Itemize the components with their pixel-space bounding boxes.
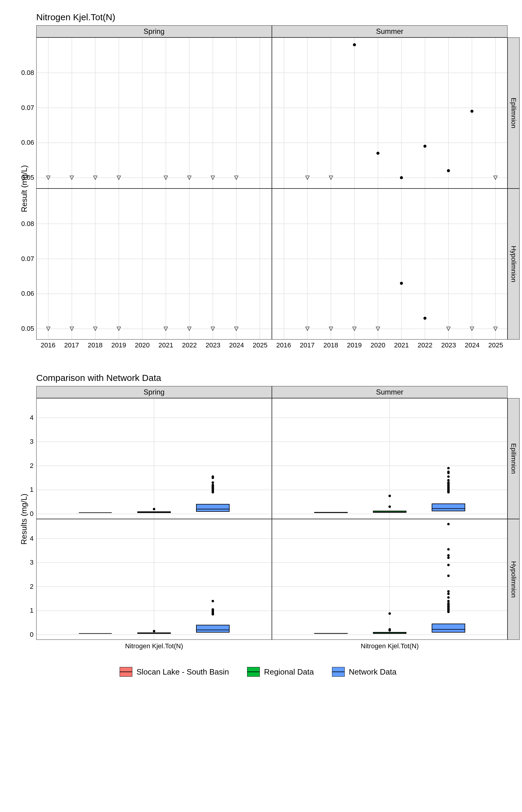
svg-point-215 xyxy=(447,554,450,556)
svg-rect-137 xyxy=(432,504,465,511)
chart2-col-strip-spring: Spring xyxy=(36,386,272,398)
svg-point-152 xyxy=(447,471,450,473)
chart2-xaxis: Nitrogen Kjel.Tot(N) Nitrogen Kjel.Tot(N… xyxy=(36,640,507,652)
legend-key-regional: Regional Data xyxy=(247,667,314,677)
box-row-strip-hypo: Hypolimnion xyxy=(507,519,520,640)
legend-label-slocan: Slocan Lake - South Basin xyxy=(137,667,229,677)
svg-point-168 xyxy=(153,630,155,632)
svg-rect-171 xyxy=(196,625,229,632)
boxpanel-summer-hypo xyxy=(272,519,507,640)
svg-point-178 xyxy=(212,600,214,602)
chart1-ylabel: Result (mg/L) xyxy=(20,165,29,212)
svg-point-195 xyxy=(388,612,391,615)
svg-point-41 xyxy=(423,145,426,148)
chart1-grid: Result (mg/L) Spring Summer 0.050.060.07… xyxy=(12,25,504,352)
svg-point-214 xyxy=(447,556,450,559)
row-strip-epi-label: Epilimnion xyxy=(509,98,518,128)
chart2-xcat-b: Nitrogen Kjel.Tot(N) xyxy=(272,640,507,652)
chart1-title: Nitrogen Kjel.Tot(N) xyxy=(36,12,504,22)
svg-point-133 xyxy=(388,505,391,508)
svg-point-116 xyxy=(212,482,214,484)
chart2-title: Comparison with Network Data xyxy=(36,373,504,383)
svg-point-43 xyxy=(470,110,474,113)
box-row-strip-epi-label: Epilimnion xyxy=(509,443,518,474)
row-strip-epi: Epilimnion xyxy=(507,38,520,188)
chart1-xaxis: 2016201720182019202020212022202320242025… xyxy=(36,340,507,352)
svg-point-194 xyxy=(388,628,391,631)
chart2-col-strip-summer: Summer xyxy=(272,386,507,398)
chart2-ylabel: Results (mg/L) xyxy=(20,493,29,544)
chart2-xcat-a: Nitrogen Kjel.Tot(N) xyxy=(36,640,272,652)
chart1-col-strip-summer: Summer xyxy=(272,25,507,38)
box-row-strip-hypo-label: Hypolimnion xyxy=(509,561,518,597)
svg-point-115 xyxy=(212,484,214,486)
box-row-strip-epi: Epilimnion xyxy=(507,398,520,519)
svg-point-104 xyxy=(153,508,155,510)
svg-point-216 xyxy=(447,548,450,551)
svg-point-209 xyxy=(447,596,450,599)
panel-spring-hypo: 0.050.060.070.08 xyxy=(36,188,272,340)
boxpanel-summer-epi xyxy=(272,398,507,519)
svg-point-86 xyxy=(423,317,426,320)
svg-point-39 xyxy=(376,151,379,155)
row-strip-hypo: Hypolimnion xyxy=(507,188,520,340)
legend-key-slocan: Slocan Lake - South Basin xyxy=(120,667,229,677)
svg-point-42 xyxy=(447,169,450,172)
chart1-col-strip-spring: Spring xyxy=(36,25,272,38)
boxpanel-spring-epi: 01234 xyxy=(36,398,272,519)
svg-point-210 xyxy=(447,593,450,595)
boxpanel-spring-hypo: 01234 xyxy=(36,519,272,640)
svg-rect-107 xyxy=(196,504,229,511)
svg-point-212 xyxy=(447,574,450,577)
svg-point-40 xyxy=(400,176,403,179)
chart2-ylabel-wrap: Results (mg/L) xyxy=(12,398,36,640)
svg-point-217 xyxy=(447,523,450,525)
svg-point-213 xyxy=(447,564,450,566)
legend-swatch-slocan xyxy=(120,667,132,677)
svg-point-148 xyxy=(447,482,450,484)
row-strip-hypo-label: Hypolimnion xyxy=(509,246,518,282)
svg-point-153 xyxy=(447,467,450,469)
svg-point-177 xyxy=(212,608,214,611)
svg-point-149 xyxy=(447,479,450,482)
legend-swatch-regional xyxy=(247,667,260,677)
panel-summer-hypo xyxy=(272,188,507,340)
legend-key-network: Network Data xyxy=(332,667,397,677)
legend-swatch-network xyxy=(332,667,345,677)
svg-point-150 xyxy=(447,475,450,478)
chart2-grid: Results (mg/L) Spring Summer 01234 Epili… xyxy=(12,386,504,652)
svg-rect-198 xyxy=(432,624,465,632)
panel-spring-epi: 0.050.060.070.08 xyxy=(36,38,272,188)
svg-point-208 xyxy=(447,600,450,602)
svg-point-211 xyxy=(447,590,450,593)
legend-label-regional: Regional Data xyxy=(264,667,314,677)
svg-point-207 xyxy=(447,602,450,605)
legend-label-network: Network Data xyxy=(349,667,397,677)
svg-point-118 xyxy=(212,475,214,478)
svg-point-134 xyxy=(388,494,391,497)
svg-point-38 xyxy=(353,43,356,46)
svg-point-85 xyxy=(400,282,403,285)
panel-summer-epi xyxy=(272,38,507,188)
legend: Slocan Lake - South Basin Regional Data … xyxy=(12,667,504,677)
